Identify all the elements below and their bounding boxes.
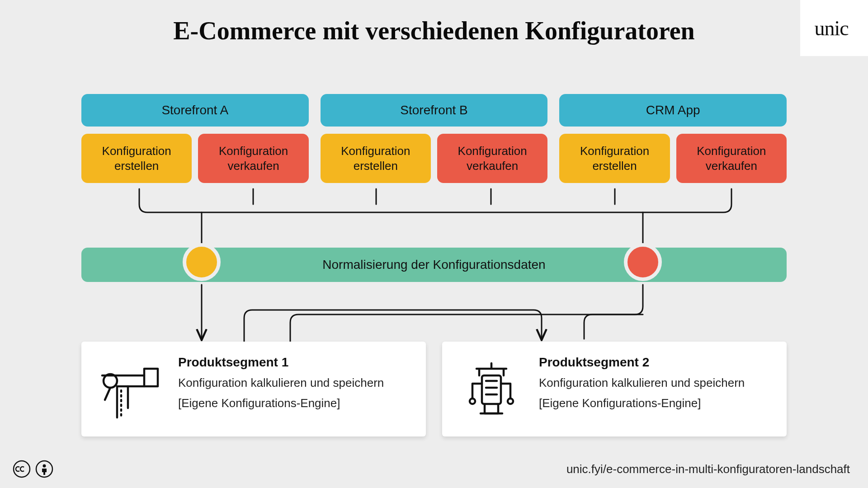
segment-2-note: [Eigene Konfigurations-Engine] <box>539 395 745 411</box>
action-create-a: Konfiguration erstellen <box>81 134 192 183</box>
action-sell-a: Konfiguration verkaufen <box>198 134 308 183</box>
robot-icon <box>458 355 525 423</box>
storefront-b: Storefront B <box>321 94 548 127</box>
flow-node-output <box>624 243 662 281</box>
action-row: Konfiguration erstellen Konfiguration ve… <box>81 134 787 183</box>
segment-row: Produktsegment 1 Konfiguration kalkulier… <box>81 342 787 436</box>
brand-logo: unic <box>800 0 868 56</box>
segment-1-note: [Eigene Konfigurations-Engine] <box>178 395 384 411</box>
segment-2-title: Produktsegment 2 <box>539 355 745 370</box>
storefront-crm: CRM App <box>559 94 787 127</box>
page-title: E-Commerce mit verschiedenen Konfigurato… <box>0 16 868 45</box>
svg-rect-1 <box>482 375 501 404</box>
action-create-crm: Konfiguration erstellen <box>559 134 670 183</box>
segment-1: Produktsegment 1 Konfiguration kalkulier… <box>81 342 426 436</box>
segment-2-desc: Konfiguration kalkulieren und speichern <box>539 375 745 391</box>
action-sell-b: Konfiguration verkaufen <box>437 134 547 183</box>
svg-point-3 <box>508 399 513 404</box>
svg-point-6 <box>43 465 46 468</box>
cc-icon <box>13 460 31 478</box>
by-icon <box>35 460 53 478</box>
svg-point-2 <box>470 399 475 404</box>
flow-node-input <box>183 243 221 281</box>
segment-1-title: Produktsegment 1 <box>178 355 384 370</box>
license-badges <box>13 460 53 478</box>
storefront-row: Storefront A Storefront B CRM App <box>81 94 787 127</box>
storefront-a: Storefront A <box>81 94 309 127</box>
action-create-b: Konfiguration erstellen <box>321 134 431 183</box>
segment-2: Produktsegment 2 Konfiguration kalkulier… <box>442 342 787 436</box>
footer-url: unic.fyi/e-commerce-in-multi-konfigurato… <box>566 462 850 476</box>
segment-1-desc: Konfiguration kalkulieren und speichern <box>178 375 384 391</box>
caliper-icon <box>97 355 165 423</box>
action-sell-crm: Konfiguration verkaufen <box>676 134 787 183</box>
